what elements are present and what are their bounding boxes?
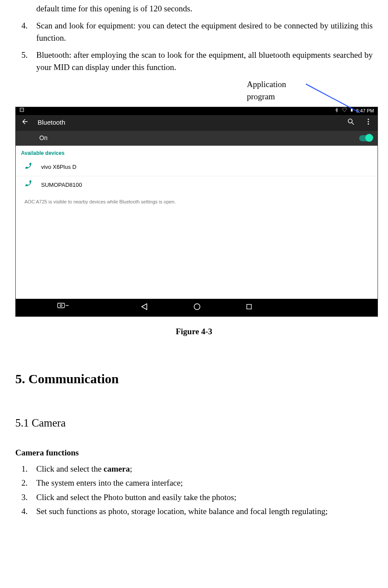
step-number: 3. <box>15 491 36 504</box>
svg-point-3 <box>348 119 352 123</box>
visibility-note: AOC A725 is visible to nearby devices wh… <box>16 194 378 212</box>
app-bar: Bluetooth <box>16 115 378 131</box>
step-number: 4. <box>15 505 36 518</box>
step-number: 1. <box>15 463 36 476</box>
phone-icon <box>24 162 32 173</box>
list-item-5: 5. Bluetooth: after employing the scan t… <box>15 49 373 74</box>
device-row[interactable]: vivo X6Plus D <box>16 159 378 176</box>
wifi-status-icon <box>342 107 347 115</box>
step-text: Set such functions as photo, storage loc… <box>36 505 328 518</box>
intro-line: default time for this opening is of 120 … <box>15 3 373 15</box>
bluetooth-screenshot: 6:47 PM Bluetooth On Available devices v… <box>15 107 378 317</box>
list-text: Scan and look for equipment: you can det… <box>36 20 373 45</box>
device-name: SUMOPAD8100 <box>41 181 82 189</box>
phone-icon <box>24 179 32 190</box>
bluetooth-toggle-row[interactable]: On <box>16 131 378 146</box>
back-icon[interactable] <box>21 118 29 128</box>
list-number: 5. <box>15 49 36 74</box>
list-item-4: 4. Scan and look for equipment: you can … <box>15 20 373 45</box>
svg-point-6 <box>368 121 369 122</box>
annotation-text-2: program <box>247 91 388 103</box>
section-heading-camera: 5.1 Camera <box>15 415 388 431</box>
camera-step: 1. Click and select the camera; <box>15 463 373 476</box>
camera-step: 2. The system enters into the camera int… <box>15 477 373 490</box>
nav-home-icon[interactable] <box>193 302 201 313</box>
camera-functions-title: Camera functions <box>15 447 373 459</box>
svg-point-7 <box>368 123 369 125</box>
notification-icon <box>19 107 24 115</box>
camera-step: 4. Set such functions as photo, storage … <box>15 505 373 518</box>
step-number: 2. <box>15 477 36 490</box>
svg-point-9 <box>60 304 62 306</box>
status-bar: 6:47 PM <box>16 107 378 115</box>
nav-back-icon[interactable] <box>140 302 149 313</box>
camera-step: 3. Click and select the Photo button and… <box>15 491 373 504</box>
svg-rect-8 <box>58 303 65 308</box>
empty-area <box>16 211 378 299</box>
search-icon[interactable] <box>347 118 355 128</box>
overflow-menu-icon[interactable] <box>364 118 372 128</box>
list-number: 4. <box>15 20 36 45</box>
device-row[interactable]: SUMOPAD8100 <box>16 176 378 194</box>
annotation-text-1: Application <box>247 78 388 91</box>
appbar-title: Bluetooth <box>38 118 338 128</box>
navigation-bar <box>16 299 378 316</box>
available-devices-header: Available devices <box>16 146 378 159</box>
bluetooth-status-icon <box>334 107 339 115</box>
svg-rect-12 <box>247 304 252 309</box>
svg-line-4 <box>352 122 354 125</box>
annotation-label: Application program <box>0 78 388 103</box>
bluetooth-toggle[interactable] <box>359 135 372 141</box>
svg-point-11 <box>194 304 200 309</box>
device-name: vivo X6Plus D <box>41 163 76 172</box>
svg-point-5 <box>368 119 369 120</box>
intro-text: default time for this opening is of 120 … <box>36 3 373 15</box>
step-text: Click and select the Photo button and ea… <box>36 491 236 504</box>
list-text: Bluetooth: after employing the scan to l… <box>36 49 373 74</box>
nav-recent-icon[interactable] <box>245 303 253 313</box>
step-text: Click and select the camera; <box>36 463 132 476</box>
screenshot-shortcut-icon[interactable] <box>57 303 69 312</box>
toggle-label: On <box>39 133 359 143</box>
step-text: The system enters into the camera interf… <box>36 477 183 490</box>
section-heading-communication: 5. Communication <box>15 369 373 388</box>
figure-caption: Figure 4-3 <box>0 326 388 338</box>
status-time: 6:47 PM <box>356 107 374 115</box>
